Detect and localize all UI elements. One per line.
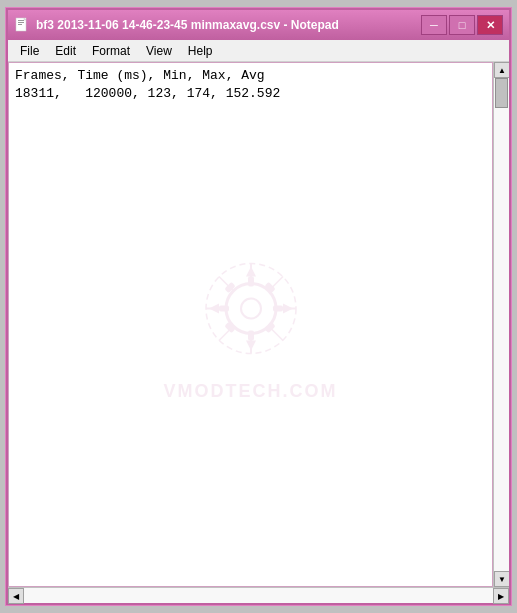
menu-help[interactable]: Help <box>180 42 221 60</box>
svg-rect-3 <box>18 24 22 25</box>
close-button[interactable]: ✕ <box>477 15 503 35</box>
app-icon <box>14 17 30 33</box>
text-editor[interactable]: Frames, Time (ms), Min, Max, Avg 18311, … <box>9 63 492 586</box>
menu-edit[interactable]: Edit <box>47 42 84 60</box>
scroll-thumb-vertical[interactable] <box>495 78 508 108</box>
maximize-button[interactable]: □ <box>449 15 475 35</box>
menu-file[interactable]: File <box>12 42 47 60</box>
title-bar: bf3 2013-11-06 14-46-23-45 minmaxavg.csv… <box>8 10 509 40</box>
menu-format[interactable]: Format <box>84 42 138 60</box>
notepad-window: bf3 2013-11-06 14-46-23-45 minmaxavg.csv… <box>6 8 511 605</box>
scroll-down-button[interactable]: ▼ <box>494 571 509 587</box>
vertical-scrollbar[interactable]: ▲ ▼ <box>493 62 509 587</box>
minimize-button[interactable]: ─ <box>421 15 447 35</box>
svg-rect-1 <box>18 20 24 21</box>
scroll-track-horizontal[interactable] <box>24 588 493 603</box>
editor-wrapper: Frames, Time (ms), Min, Max, Avg 18311, … <box>8 62 509 603</box>
menu-view[interactable]: View <box>138 42 180 60</box>
window-title: bf3 2013-11-06 14-46-23-45 minmaxavg.csv… <box>36 18 421 32</box>
window-controls: ─ □ ✕ <box>421 15 503 35</box>
horizontal-scrollbar[interactable]: ◀ ▶ <box>8 587 509 603</box>
svg-rect-2 <box>18 22 24 23</box>
menu-bar: File Edit Format View Help <box>8 40 509 62</box>
scroll-track-vertical[interactable] <box>494 78 509 571</box>
scroll-right-button[interactable]: ▶ <box>493 588 509 604</box>
editor-area: Frames, Time (ms), Min, Max, Avg 18311, … <box>8 62 493 587</box>
editor-main: Frames, Time (ms), Min, Max, Avg 18311, … <box>8 62 509 587</box>
scroll-up-button[interactable]: ▲ <box>494 62 509 78</box>
scroll-left-button[interactable]: ◀ <box>8 588 24 604</box>
